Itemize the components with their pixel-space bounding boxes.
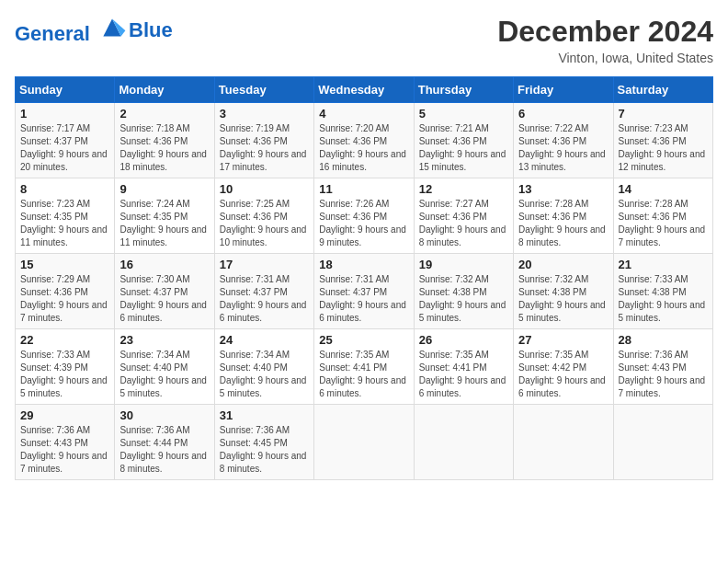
day-info: Sunrise: 7:24 AMSunset: 4:35 PMDaylight:…	[119, 198, 209, 249]
month-title: December 2024	[497, 15, 713, 49]
day-info: Sunrise: 7:31 AMSunset: 4:37 PMDaylight:…	[220, 273, 309, 325]
calendar-week-2: 15 Sunrise: 7:29 AMSunset: 4:36 PMDaylig…	[16, 254, 713, 329]
page-header: General Blue December 2024 Vinton, Iowa,…	[15, 15, 713, 65]
calendar-cell: 11 Sunrise: 7:26 AMSunset: 4:36 PMDaylig…	[314, 178, 414, 254]
day-number: 16	[119, 258, 209, 271]
day-number: 18	[319, 258, 408, 271]
logo-text: General	[15, 15, 127, 45]
day-number: 27	[518, 333, 608, 347]
day-number: 9	[119, 182, 209, 196]
calendar-cell: 15 Sunrise: 7:29 AMSunset: 4:36 PMDaylig…	[16, 254, 115, 329]
calendar-cell: 8 Sunrise: 7:23 AMSunset: 4:35 PMDayligh…	[16, 178, 115, 254]
calendar-week-1: 8 Sunrise: 7:23 AMSunset: 4:35 PMDayligh…	[16, 178, 713, 254]
day-info: Sunrise: 7:19 AMSunset: 4:36 PMDaylight:…	[220, 122, 309, 174]
calendar-cell: 7 Sunrise: 7:23 AMSunset: 4:36 PMDayligh…	[613, 103, 712, 178]
day-number: 20	[518, 258, 608, 271]
calendar-cell: 3 Sunrise: 7:19 AMSunset: 4:36 PMDayligh…	[214, 103, 313, 178]
day-info: Sunrise: 7:32 AMSunset: 4:38 PMDaylight:…	[419, 273, 508, 325]
day-number: 22	[20, 333, 109, 347]
calendar-cell: 24 Sunrise: 7:34 AMSunset: 4:40 PMDaylig…	[214, 329, 313, 405]
day-info: Sunrise: 7:22 AMSunset: 4:36 PMDaylight:…	[518, 122, 608, 174]
day-info: Sunrise: 7:28 AMSunset: 4:36 PMDaylight:…	[619, 198, 708, 249]
calendar-cell: 13 Sunrise: 7:28 AMSunset: 4:36 PMDaylig…	[514, 178, 613, 254]
calendar-cell: 22 Sunrise: 7:33 AMSunset: 4:39 PMDaylig…	[16, 329, 115, 405]
day-number: 28	[619, 333, 708, 347]
day-number: 24	[220, 333, 309, 347]
calendar-cell: 21 Sunrise: 7:33 AMSunset: 4:38 PMDaylig…	[613, 254, 712, 329]
day-number: 1	[20, 107, 109, 121]
day-number: 7	[619, 107, 708, 121]
day-number: 2	[119, 107, 209, 121]
calendar-cell: 12 Sunrise: 7:27 AMSunset: 4:36 PMDaylig…	[414, 178, 513, 254]
day-info: Sunrise: 7:17 AMSunset: 4:37 PMDaylight:…	[20, 122, 109, 174]
day-number: 21	[619, 258, 708, 271]
day-number: 13	[518, 182, 608, 196]
calendar-cell: 4 Sunrise: 7:20 AMSunset: 4:36 PMDayligh…	[314, 103, 414, 178]
day-number: 12	[419, 182, 508, 196]
day-info: Sunrise: 7:32 AMSunset: 4:38 PMDaylight:…	[518, 273, 608, 325]
day-number: 26	[419, 333, 508, 347]
calendar-cell: 25 Sunrise: 7:35 AMSunset: 4:41 PMDaylig…	[314, 329, 414, 405]
calendar-week-4: 29 Sunrise: 7:36 AMSunset: 4:43 PMDaylig…	[16, 405, 713, 480]
day-info: Sunrise: 7:34 AMSunset: 4:40 PMDaylight:…	[119, 349, 209, 400]
calendar-cell	[514, 405, 613, 480]
calendar-cell: 9 Sunrise: 7:24 AMSunset: 4:35 PMDayligh…	[115, 178, 214, 254]
day-info: Sunrise: 7:34 AMSunset: 4:40 PMDaylight:…	[220, 349, 309, 400]
calendar-cell	[414, 405, 513, 480]
day-info: Sunrise: 7:20 AMSunset: 4:36 PMDaylight:…	[319, 122, 408, 174]
calendar-cell: 20 Sunrise: 7:32 AMSunset: 4:38 PMDaylig…	[514, 254, 613, 329]
weekday-tuesday: Tuesday	[214, 77, 313, 103]
calendar-cell: 14 Sunrise: 7:28 AMSunset: 4:36 PMDaylig…	[613, 178, 712, 254]
calendar-cell: 2 Sunrise: 7:18 AMSunset: 4:36 PMDayligh…	[115, 103, 214, 178]
calendar-cell: 10 Sunrise: 7:25 AMSunset: 4:36 PMDaylig…	[214, 178, 313, 254]
day-number: 25	[319, 333, 408, 347]
day-number: 5	[419, 107, 508, 121]
calendar-cell: 16 Sunrise: 7:30 AMSunset: 4:37 PMDaylig…	[115, 254, 214, 329]
day-number: 17	[220, 258, 309, 271]
logo: General Blue	[15, 15, 173, 45]
calendar-cell: 28 Sunrise: 7:36 AMSunset: 4:43 PMDaylig…	[613, 329, 712, 405]
calendar-week-0: 1 Sunrise: 7:17 AMSunset: 4:37 PMDayligh…	[16, 103, 713, 178]
day-info: Sunrise: 7:31 AMSunset: 4:37 PMDaylight:…	[319, 273, 408, 325]
day-number: 15	[20, 258, 109, 271]
day-number: 23	[119, 333, 209, 347]
weekday-wednesday: Wednesday	[314, 77, 414, 103]
calendar-cell	[314, 405, 414, 480]
day-info: Sunrise: 7:18 AMSunset: 4:36 PMDaylight:…	[119, 122, 209, 174]
title-block: December 2024 Vinton, Iowa, United State…	[497, 15, 713, 65]
location: Vinton, Iowa, United States	[497, 51, 713, 65]
calendar-cell	[613, 405, 712, 480]
calendar-body: 1 Sunrise: 7:17 AMSunset: 4:37 PMDayligh…	[16, 103, 713, 480]
calendar-cell: 17 Sunrise: 7:31 AMSunset: 4:37 PMDaylig…	[214, 254, 313, 329]
day-number: 19	[419, 258, 508, 271]
calendar-cell: 30 Sunrise: 7:36 AMSunset: 4:44 PMDaylig…	[115, 405, 214, 480]
logo-icon	[97, 15, 127, 40]
day-info: Sunrise: 7:36 AMSunset: 4:44 PMDaylight:…	[119, 424, 209, 476]
calendar-cell: 19 Sunrise: 7:32 AMSunset: 4:38 PMDaylig…	[414, 254, 513, 329]
day-number: 8	[20, 182, 109, 196]
weekday-header-row: SundayMondayTuesdayWednesdayThursdayFrid…	[16, 77, 713, 103]
weekday-sunday: Sunday	[16, 77, 115, 103]
calendar-cell: 1 Sunrise: 7:17 AMSunset: 4:37 PMDayligh…	[16, 103, 115, 178]
day-number: 29	[20, 408, 109, 422]
day-info: Sunrise: 7:27 AMSunset: 4:36 PMDaylight:…	[419, 198, 508, 249]
day-number: 30	[119, 408, 209, 422]
day-info: Sunrise: 7:36 AMSunset: 4:43 PMDaylight:…	[20, 424, 109, 476]
day-info: Sunrise: 7:35 AMSunset: 4:41 PMDaylight:…	[319, 349, 408, 400]
day-info: Sunrise: 7:33 AMSunset: 4:39 PMDaylight:…	[20, 349, 109, 400]
weekday-monday: Monday	[115, 77, 214, 103]
calendar-week-3: 22 Sunrise: 7:33 AMSunset: 4:39 PMDaylig…	[16, 329, 713, 405]
day-info: Sunrise: 7:26 AMSunset: 4:36 PMDaylight:…	[319, 198, 408, 249]
day-number: 6	[518, 107, 608, 121]
calendar-cell: 27 Sunrise: 7:35 AMSunset: 4:42 PMDaylig…	[514, 329, 613, 405]
weekday-thursday: Thursday	[414, 77, 513, 103]
day-number: 11	[319, 182, 408, 196]
day-info: Sunrise: 7:25 AMSunset: 4:36 PMDaylight:…	[220, 198, 309, 249]
weekday-saturday: Saturday	[613, 77, 712, 103]
weekday-friday: Friday	[514, 77, 613, 103]
day-info: Sunrise: 7:28 AMSunset: 4:36 PMDaylight:…	[518, 198, 608, 249]
day-info: Sunrise: 7:23 AMSunset: 4:35 PMDaylight:…	[20, 198, 109, 249]
day-number: 4	[319, 107, 408, 121]
calendar-table: SundayMondayTuesdayWednesdayThursdayFrid…	[15, 76, 713, 480]
day-info: Sunrise: 7:30 AMSunset: 4:37 PMDaylight:…	[119, 273, 209, 325]
